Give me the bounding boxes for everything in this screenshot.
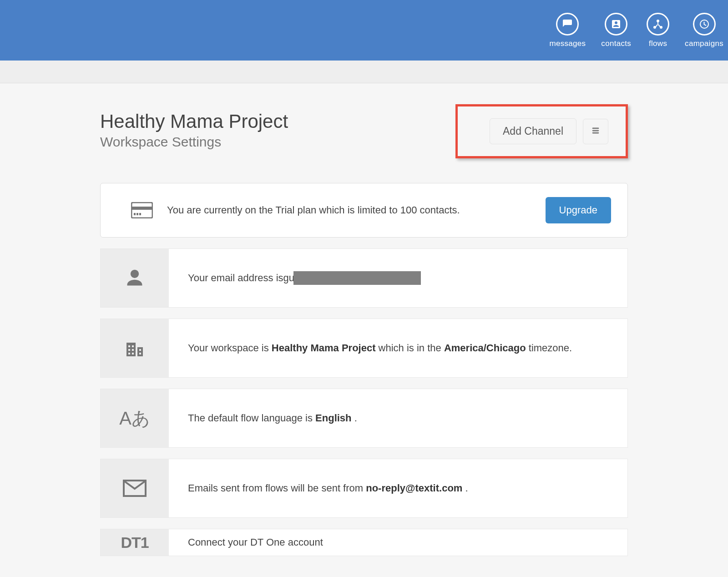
nav-item-flows[interactable]: flows bbox=[647, 13, 669, 48]
nav-item-messages[interactable]: messages bbox=[549, 13, 586, 48]
language-glyph: Aあ bbox=[119, 406, 150, 431]
workspace-name: Healthy Mama Project bbox=[272, 342, 376, 354]
nav-item-contacts[interactable]: contacts bbox=[601, 13, 631, 48]
add-channel-button[interactable]: Add Channel bbox=[490, 118, 576, 144]
setting-row-workspace[interactable]: Your workspace is Healthy Mama Project w… bbox=[100, 319, 628, 378]
upgrade-button[interactable]: Upgrade bbox=[546, 197, 611, 223]
flowemail-post: . bbox=[465, 482, 468, 494]
dtone-text: Connect your DT One account bbox=[188, 537, 323, 548]
svg-rect-6 bbox=[131, 202, 152, 218]
credit-card-icon bbox=[117, 202, 167, 218]
dtone-glyph: DT1 bbox=[121, 534, 148, 552]
language-icon: Aあ bbox=[101, 389, 169, 447]
svg-rect-7 bbox=[131, 207, 152, 210]
language-pre: The default flow language is bbox=[188, 412, 315, 424]
contacts-icon bbox=[605, 13, 627, 35]
highlighted-actions: Add Channel bbox=[455, 104, 628, 158]
page-subtitle: Workspace Settings bbox=[100, 134, 288, 150]
plan-text: You are currently on the Trial plan whic… bbox=[167, 204, 546, 216]
plan-card: You are currently on the Trial plan whic… bbox=[100, 183, 628, 238]
header-row: Healthy Mama Project Workspace Settings … bbox=[100, 111, 628, 165]
subbar bbox=[0, 61, 728, 83]
building-icon bbox=[101, 319, 169, 377]
workspace-pre: Your workspace is bbox=[188, 342, 272, 354]
campaigns-icon bbox=[693, 13, 716, 35]
nav-label: contacts bbox=[601, 39, 631, 48]
nav-label: flows bbox=[649, 39, 667, 48]
svg-rect-3 bbox=[592, 128, 599, 129]
more-menu-button[interactable] bbox=[583, 119, 608, 144]
workspace-mid: which is in the bbox=[379, 342, 444, 354]
svg-rect-4 bbox=[592, 130, 599, 132]
language-post: . bbox=[354, 412, 357, 424]
flowemail-pre: Emails sent from flows will be sent from bbox=[188, 482, 366, 494]
setting-body: Emails sent from flows will be sent from… bbox=[169, 459, 627, 517]
nav-label: messages bbox=[549, 39, 586, 48]
setting-body: Connect your DT One account bbox=[169, 529, 627, 556]
messages-icon bbox=[556, 13, 579, 35]
topbar: messages contacts flows campaigns bbox=[0, 0, 728, 61]
setting-row-email[interactable]: Your email address is gu bbox=[100, 248, 628, 308]
title-block: Healthy Mama Project Workspace Settings bbox=[100, 111, 288, 150]
setting-row-flowemail[interactable]: Emails sent from flows will be sent from… bbox=[100, 459, 628, 518]
mail-icon bbox=[101, 459, 169, 517]
email-visible: gu bbox=[283, 272, 294, 284]
nav-items: messages contacts flows campaigns bbox=[549, 13, 723, 48]
setting-body: The default flow language is English . bbox=[169, 389, 627, 447]
svg-rect-10 bbox=[139, 213, 141, 215]
email-redacted bbox=[293, 271, 421, 285]
setting-body: Your email address is gu bbox=[169, 249, 627, 307]
svg-rect-9 bbox=[136, 213, 138, 215]
nav-item-campaigns[interactable]: campaigns bbox=[685, 13, 723, 48]
flows-icon bbox=[647, 13, 669, 35]
content: Healthy Mama Project Workspace Settings … bbox=[0, 111, 728, 556]
language-value: English bbox=[315, 412, 351, 424]
setting-row-dtone[interactable]: DT1 Connect your DT One account bbox=[100, 529, 628, 556]
workspace-post: timezone. bbox=[529, 342, 572, 354]
dtone-icon: DT1 bbox=[101, 529, 169, 556]
email-prefix: Your email address is bbox=[188, 272, 283, 284]
setting-body: Your workspace is Healthy Mama Project w… bbox=[169, 319, 627, 377]
page-title: Healthy Mama Project bbox=[100, 111, 288, 132]
flowemail-value: no-reply@textit.com bbox=[366, 482, 462, 494]
svg-rect-8 bbox=[134, 213, 136, 215]
nav-label: campaigns bbox=[685, 39, 723, 48]
menu-icon bbox=[591, 126, 601, 137]
setting-row-language[interactable]: Aあ The default flow language is English … bbox=[100, 389, 628, 448]
user-icon bbox=[101, 249, 169, 307]
svg-rect-5 bbox=[592, 132, 599, 134]
workspace-tz: America/Chicago bbox=[444, 342, 526, 354]
